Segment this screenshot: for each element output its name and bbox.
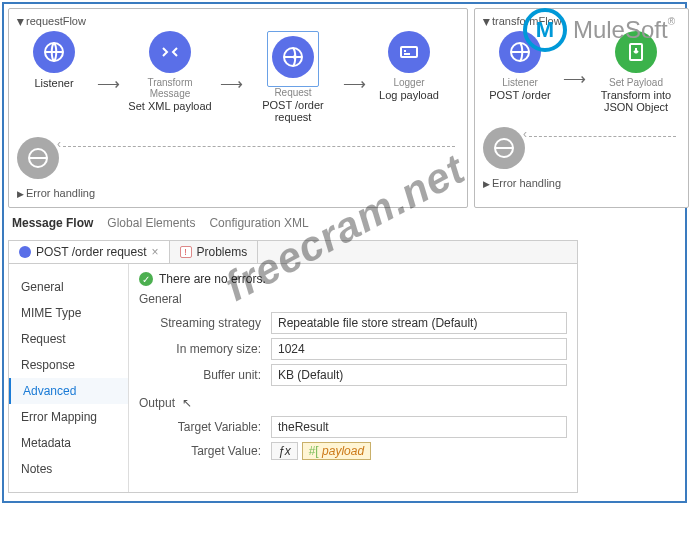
properties-side-nav: General MIME Type Request Response Advan… <box>9 264 129 492</box>
error-handling-toggle-2[interactable]: ▶Error handling <box>483 177 680 189</box>
arrow-icon: ⟶ <box>563 69 586 88</box>
side-error-mapping[interactable]: Error Mapping <box>9 404 128 430</box>
editor-tab-request[interactable]: POST /order request × <box>9 241 170 263</box>
label-streaming: Streaming strategy <box>153 316 271 330</box>
http-icon <box>19 246 31 258</box>
transform-icon <box>149 31 191 73</box>
no-errors-banner: ✓ There are no errors. <box>139 272 567 286</box>
properties-editor: POST /order request × ! Problems General… <box>8 240 578 493</box>
globe-arrow-icon <box>272 36 314 78</box>
tab-configuration-xml[interactable]: Configuration XML <box>209 216 308 230</box>
node-logger[interactable]: Logger Log payload <box>372 31 446 101</box>
arrow-icon: ⟶ <box>343 74 366 93</box>
canvas-bottom-tabs: Message Flow Global Elements Configurati… <box>12 216 681 230</box>
side-advanced[interactable]: Advanced <box>9 378 128 404</box>
side-request[interactable]: Request <box>9 326 128 352</box>
input-target-variable[interactable]: theResult <box>271 416 567 438</box>
input-target-value[interactable]: #[ payload <box>302 442 371 460</box>
return-endpoint-icon <box>483 127 525 169</box>
side-response[interactable]: Response <box>9 352 128 378</box>
node-request-selected[interactable]: Request POST /order request <box>249 31 337 123</box>
input-buffer-unit[interactable]: KB (Default) <box>271 364 567 386</box>
tab-global-elements[interactable]: Global Elements <box>107 216 195 230</box>
label-mem: In memory size: <box>153 342 271 356</box>
side-general[interactable]: General <box>9 274 128 300</box>
globe-arrow-icon <box>499 31 541 73</box>
close-icon[interactable]: × <box>152 245 159 259</box>
dashed-return-line <box>63 146 455 147</box>
svg-rect-2 <box>401 47 417 57</box>
label-target-variable: Target Variable: <box>153 420 271 434</box>
arrow-icon: ⟶ <box>220 74 243 93</box>
fx-button[interactable]: ƒx <box>271 442 298 460</box>
flow-title-request[interactable]: ▶requestFlow <box>17 15 459 27</box>
node-listener-2[interactable]: Listener POST /order <box>483 31 557 101</box>
section-general: General <box>139 292 567 306</box>
editor-tab-problems[interactable]: ! Problems <box>170 241 259 263</box>
node-listener[interactable]: Listener <box>17 31 91 89</box>
flow-canvas: ▶requestFlow Listener ⟶ Transform Messag… <box>8 8 681 208</box>
node-set-payload[interactable]: Set Payload Transform into JSON Object <box>592 31 680 113</box>
label-buf: Buffer unit: <box>153 368 271 382</box>
return-endpoint-icon <box>17 137 59 179</box>
input-in-memory-size[interactable]: 1024 <box>271 338 567 360</box>
flow-panel-transform[interactable]: ▶transformFlow Listener POST /order ⟶ Se… <box>474 8 689 208</box>
side-metadata[interactable]: Metadata <box>9 430 128 456</box>
cursor-icon: ↖ <box>182 396 192 410</box>
side-mime[interactable]: MIME Type <box>9 300 128 326</box>
tab-message-flow[interactable]: Message Flow <box>12 216 93 230</box>
flow-panel-request[interactable]: ▶requestFlow Listener ⟶ Transform Messag… <box>8 8 468 208</box>
problems-icon: ! <box>180 246 192 258</box>
side-notes[interactable]: Notes <box>9 456 128 482</box>
input-streaming-strategy[interactable]: Repeatable file store stream (Default) <box>271 312 567 334</box>
log-icon <box>388 31 430 73</box>
node-transform-message[interactable]: Transform Message Set XML payload <box>126 31 214 112</box>
arrow-icon: ⟶ <box>97 74 120 93</box>
label-target-value: Target Value: <box>153 444 271 458</box>
check-icon: ✓ <box>139 272 153 286</box>
flow-title-transform[interactable]: ▶transformFlow <box>483 15 680 27</box>
set-payload-icon <box>615 31 657 73</box>
globe-arrow-icon <box>33 31 75 73</box>
error-handling-toggle[interactable]: ▶Error handling <box>17 187 459 199</box>
dashed-return-line <box>529 136 676 137</box>
section-output: Output ↖ <box>139 396 567 410</box>
